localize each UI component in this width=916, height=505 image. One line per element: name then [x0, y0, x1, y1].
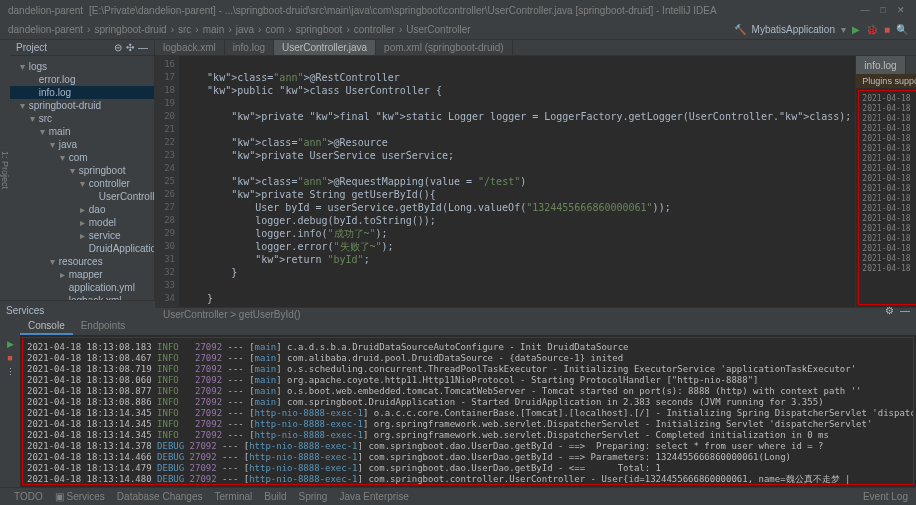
services-tabs[interactable]: ConsoleEndpoints — [0, 319, 916, 335]
services-toolbar[interactable]: ▶ ■ ⋮ — [0, 335, 20, 487]
svc-filter-icon[interactable]: ⋮ — [6, 367, 15, 377]
project-sidebar: Project ⊖ ✣ — ▾ logs error.log info.log▾… — [10, 40, 155, 300]
plugin-banner: Plugins supporting *.log files found. In… — [856, 74, 916, 88]
tree-item[interactable]: DruidApplication — [10, 242, 154, 255]
tree-item[interactable]: ▾ logs — [10, 60, 154, 73]
project-panel-title[interactable]: Project — [16, 42, 47, 53]
tree-item[interactable]: ▾ controller — [10, 177, 154, 190]
status-tab[interactable]: ▣ Services — [49, 491, 111, 502]
title-path: [E:\Private\dandelion-parent] - ...\spri… — [89, 5, 717, 16]
tree-item[interactable]: ▾ java — [10, 138, 154, 151]
right-log-body[interactable]: 2021-04-18 18:13:08.049 INFO 27092 --- [… — [858, 90, 916, 305]
services-tab[interactable]: Console — [20, 319, 73, 335]
close-icon[interactable]: ✕ — [894, 3, 908, 17]
services-title[interactable]: Services — [6, 305, 44, 316]
collapse-icon[interactable]: ⊖ — [114, 42, 122, 53]
hammer-icon[interactable]: 🔨 — [734, 24, 746, 35]
gear-icon[interactable]: ✣ — [126, 42, 134, 53]
debug-icon[interactable]: 🐞 — [866, 24, 878, 35]
hide-icon[interactable]: — — [138, 42, 148, 53]
maximize-icon[interactable]: □ — [876, 3, 890, 17]
chevron-down-icon[interactable]: ▾ — [841, 24, 846, 35]
status-tab[interactable]: Build — [258, 491, 292, 502]
tree-item[interactable]: ▾ main — [10, 125, 154, 138]
tree-item[interactable]: ▾ resources — [10, 255, 154, 268]
status-tab[interactable]: Spring — [293, 491, 334, 502]
tree-item[interactable]: UserController — [10, 190, 154, 203]
console-output[interactable]: 2021-04-18 18:13:08.183 INFO 27092 --- [… — [22, 337, 914, 485]
run-config[interactable]: MybatisApplication — [752, 24, 835, 35]
svc-hide-icon[interactable]: — — [900, 305, 910, 316]
navbar: dandelion-parent › springboot-druid › sr… — [0, 20, 916, 40]
plugin-banner-text: Plugins supporting *.log files found. — [862, 76, 916, 86]
services-panel: Services ⚙ — ConsoleEndpoints ▶ ■ ⋮ 2021… — [0, 300, 916, 487]
project-tree[interactable]: ▾ logs error.log info.log▾ springboot-dr… — [10, 56, 154, 300]
editor-tab[interactable]: logback.xml — [155, 40, 225, 55]
tree-item[interactable]: ▾ springboot-druid — [10, 99, 154, 112]
editor-tab[interactable]: info.log — [225, 40, 274, 55]
status-tab[interactable]: Database Changes — [111, 491, 209, 502]
status-tab[interactable]: TODO — [8, 491, 49, 502]
event-log[interactable]: Event Log — [863, 491, 908, 502]
tree-item[interactable]: ▸ dao — [10, 203, 154, 216]
statusbar: TODO▣ ServicesDatabase ChangesTerminalBu… — [0, 487, 916, 505]
tree-item[interactable]: ▸ mapper — [10, 268, 154, 281]
code-body[interactable]: "kw">class="ann">@RestController "kw">pu… — [179, 56, 855, 307]
tree-item[interactable]: ▾ src — [10, 112, 154, 125]
tree-item[interactable]: info.log — [10, 86, 154, 99]
status-tab[interactable]: Terminal — [208, 491, 258, 502]
tree-item[interactable]: ▸ service — [10, 229, 154, 242]
title-project: dandelion-parent — [8, 5, 83, 16]
status-tab[interactable]: Java Enterprise — [333, 491, 414, 502]
tab-info-log[interactable]: info.log — [856, 56, 905, 74]
minimize-icon[interactable]: — — [858, 3, 872, 17]
editor-tab[interactable]: pom.xml (springboot-druid) — [376, 40, 513, 55]
code-editor[interactable]: 16 17 18 19 20 21 22 23 24 25 26 27 28 2… — [155, 56, 855, 307]
editor-breadcrumb[interactable]: UserController > getUserById() — [155, 307, 916, 321]
run-icon[interactable]: ▶ — [852, 24, 860, 35]
tree-item[interactable]: logback.xml — [10, 294, 154, 300]
svc-stop-icon[interactable]: ■ — [7, 353, 12, 363]
tree-item[interactable]: ▾ springboot — [10, 164, 154, 177]
editor-tabs[interactable]: logback.xmlinfo.logUserController.javapo… — [155, 40, 916, 56]
stop-icon[interactable]: ■ — [884, 24, 890, 35]
titlebar: dandelion-parent[E:\Private\dandelion-pa… — [0, 0, 916, 20]
tree-item[interactable]: ▸ model — [10, 216, 154, 229]
svc-gear-icon[interactable]: ⚙ — [885, 305, 894, 316]
tree-item[interactable]: ▾ com — [10, 151, 154, 164]
left-rail[interactable]: 1: Project — [0, 40, 10, 300]
svc-run-icon[interactable]: ▶ — [7, 339, 14, 349]
tree-item[interactable]: error.log — [10, 73, 154, 86]
services-tab[interactable]: Endpoints — [73, 319, 133, 335]
search-icon[interactable]: 🔍 — [896, 24, 908, 35]
editor-tab[interactable]: UserController.java — [274, 40, 376, 55]
gutter: 16 17 18 19 20 21 22 23 24 25 26 27 28 2… — [155, 56, 179, 307]
tree-item[interactable]: application.yml — [10, 281, 154, 294]
right-log-pane: info.log Plugins supporting *.log files … — [855, 56, 916, 307]
breadcrumb[interactable]: dandelion-parent › springboot-druid › sr… — [8, 24, 734, 35]
